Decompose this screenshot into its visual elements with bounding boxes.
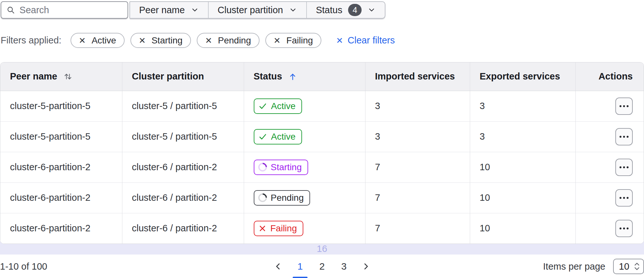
column-label: Exported services bbox=[480, 71, 560, 81]
status-filter-count-badge: 4 bbox=[348, 4, 362, 16]
x-icon bbox=[258, 224, 267, 233]
status-label: Pending bbox=[271, 193, 304, 203]
filters-applied-label: Filters applied: bbox=[1, 35, 62, 46]
row-actions-button[interactable] bbox=[615, 128, 633, 145]
filter-chip-active[interactable]: ✕ Active bbox=[71, 33, 125, 48]
chevron-down-icon bbox=[289, 6, 297, 14]
peer-name-cell: cluster-6-partition-2 bbox=[0, 213, 122, 244]
search-input-wrapper[interactable] bbox=[1, 1, 128, 19]
table-row: cluster-5-partition-5 cluster-5 / partit… bbox=[0, 91, 644, 121]
search-input[interactable] bbox=[20, 5, 122, 15]
status-label: Active bbox=[271, 101, 296, 111]
exported-services-cell: 3 bbox=[470, 121, 575, 152]
peer-name-cell: cluster-6-partition-2 bbox=[0, 152, 122, 182]
row-actions-button[interactable] bbox=[615, 220, 633, 237]
actions-cell bbox=[575, 121, 644, 152]
pager: 1 2 3 bbox=[271, 261, 373, 272]
cluster-partition-filter-dropdown[interactable]: Cluster partition bbox=[208, 2, 306, 18]
dropdown-label: Cluster partition bbox=[218, 5, 283, 15]
remove-filter-icon: ✕ bbox=[139, 36, 146, 45]
search-icon bbox=[6, 5, 15, 15]
status-label: Starting bbox=[271, 162, 302, 172]
peer-name-filter-dropdown[interactable]: Peer name bbox=[130, 2, 208, 18]
cluster-partition-cell: cluster-6 / partition-2 bbox=[122, 213, 244, 244]
peers-page: Peer name Cluster partition Status 4 Fil… bbox=[0, 1, 644, 278]
page-button-2[interactable]: 2 bbox=[315, 261, 329, 272]
items-per-page-select[interactable]: 10 bbox=[613, 259, 644, 274]
sort-ascending-icon bbox=[288, 72, 298, 81]
spinner-icon bbox=[256, 191, 269, 204]
page-number: 1 bbox=[298, 261, 303, 272]
status-badge: Active bbox=[254, 98, 302, 114]
spinner-icon bbox=[256, 161, 269, 173]
check-icon bbox=[258, 102, 267, 111]
exported-services-cell: 3 bbox=[470, 91, 575, 121]
row-actions-button[interactable] bbox=[615, 189, 633, 207]
column-label: Status bbox=[254, 71, 282, 82]
column-header-cluster-partition: Cluster partition bbox=[122, 62, 244, 91]
column-header-peer-name: Peer name bbox=[0, 62, 122, 91]
column-header-status: Status bbox=[244, 62, 365, 91]
remove-filter-icon: ✕ bbox=[274, 36, 281, 45]
filter-chip-starting[interactable]: ✕ Starting bbox=[130, 33, 191, 48]
status-cell: Failing bbox=[244, 213, 365, 244]
sort-icon bbox=[63, 72, 73, 81]
status-cell: Starting bbox=[244, 152, 365, 182]
column-header-imported-services: Imported services bbox=[365, 62, 470, 91]
chevron-down-icon bbox=[191, 6, 199, 14]
page-button-1[interactable]: 1 bbox=[293, 261, 307, 272]
cluster-partition-cell: cluster-6 / partition-2 bbox=[122, 182, 244, 213]
filter-chip-failing[interactable]: ✕ Failing bbox=[265, 33, 321, 48]
imported-services-cell: 3 bbox=[365, 91, 470, 121]
peer-name-cell: cluster-5-partition-5 bbox=[0, 91, 122, 121]
exported-services-cell: 10 bbox=[470, 182, 575, 213]
status-badge: Active bbox=[254, 129, 302, 144]
peer-name-cell: cluster-5-partition-5 bbox=[0, 121, 122, 152]
items-per-page-value: 10 bbox=[619, 261, 629, 272]
status-filter-dropdown[interactable]: Status 4 bbox=[306, 2, 385, 18]
peers-table: Peer name Cluster partition Status bbox=[0, 62, 644, 244]
filter-chip-label: Starting bbox=[151, 35, 183, 46]
filter-chip-label: Active bbox=[91, 35, 116, 46]
imported-services-cell: 7 bbox=[365, 182, 470, 213]
actions-cell bbox=[575, 152, 644, 182]
status-cell: Pending bbox=[244, 182, 365, 213]
page-button-3[interactable]: 3 bbox=[337, 261, 351, 272]
items-per-page-label: Items per page bbox=[543, 261, 605, 272]
active-page-indicator bbox=[293, 277, 308, 278]
column-header-actions: Actions bbox=[575, 62, 644, 91]
cluster-partition-cell: cluster-5 / partition-5 bbox=[122, 91, 244, 121]
filter-toolbar: Peer name Cluster partition Status 4 bbox=[1, 1, 644, 19]
table-row: cluster-6-partition-2 cluster-6 / partit… bbox=[0, 213, 644, 244]
clear-filters-button[interactable]: ✕ Clear filters bbox=[336, 35, 395, 46]
sort-by-peer-name-button[interactable]: Peer name bbox=[10, 71, 73, 82]
cluster-partition-cell: cluster-5 / partition-5 bbox=[122, 121, 244, 152]
status-badge: Starting bbox=[254, 160, 308, 175]
dropdown-label: Peer name bbox=[139, 5, 185, 15]
clear-filters-icon: ✕ bbox=[336, 36, 343, 45]
stepper-icon bbox=[634, 262, 640, 271]
clear-filters-label: Clear filters bbox=[348, 35, 395, 46]
previous-page-button[interactable] bbox=[271, 261, 285, 272]
actions-cell bbox=[575, 91, 644, 121]
status-label: Active bbox=[271, 132, 296, 142]
peer-name-cell: cluster-6-partition-2 bbox=[0, 182, 122, 213]
remove-filter-icon: ✕ bbox=[205, 36, 212, 45]
peers-table-card: Peer name Cluster partition Status bbox=[0, 62, 644, 244]
filter-dropdown-group: Peer name Cluster partition Status 4 bbox=[129, 1, 385, 19]
cluster-partition-cell: cluster-6 / partition-2 bbox=[122, 152, 244, 182]
applied-filters-row: Filters applied: ✕ Active ✕ Starting ✕ P… bbox=[1, 33, 644, 48]
actions-cell bbox=[575, 213, 644, 244]
results-range-label: 1-10 of 100 bbox=[0, 261, 47, 272]
filter-chip-pending[interactable]: ✕ Pending bbox=[197, 33, 260, 48]
status-cell: Active bbox=[244, 91, 365, 121]
imported-services-cell: 7 bbox=[365, 213, 470, 244]
table-header-row: Peer name Cluster partition Status bbox=[0, 62, 644, 91]
check-icon bbox=[258, 132, 267, 141]
next-page-button[interactable] bbox=[359, 261, 373, 272]
row-actions-button[interactable] bbox=[615, 97, 633, 115]
sort-by-status-button[interactable]: Status bbox=[254, 71, 298, 82]
row-actions-button[interactable] bbox=[615, 159, 633, 176]
chevron-right-icon bbox=[361, 261, 371, 272]
filter-chip-label: Failing bbox=[286, 35, 313, 46]
